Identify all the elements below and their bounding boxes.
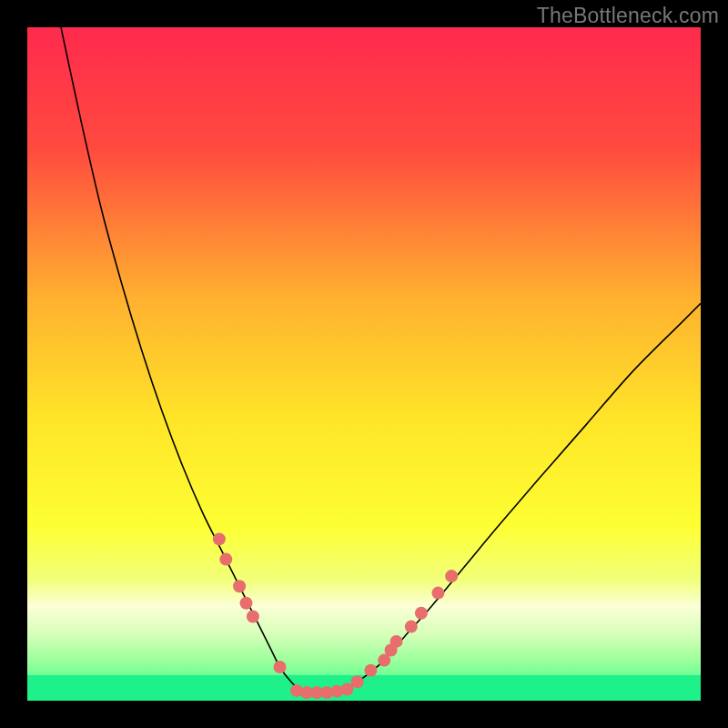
data-point — [351, 675, 364, 688]
data-point — [247, 611, 259, 623]
data-point — [405, 621, 418, 633]
chart-svg — [27, 27, 701, 701]
data-point — [364, 664, 377, 677]
data-point — [431, 587, 444, 600]
data-point — [390, 635, 403, 648]
svg-rect-0 — [27, 675, 701, 701]
data-point — [240, 597, 253, 610]
data-point — [233, 580, 246, 592]
data-point — [274, 661, 287, 673]
data-point — [415, 607, 428, 620]
watermark-label: TheBottleneck.com — [537, 4, 719, 28]
green-strip — [27, 675, 701, 701]
data-point — [445, 570, 458, 582]
chart-frame: TheBottleneck.com — [0, 0, 728, 728]
gradient-background — [27, 27, 701, 701]
data-point — [213, 532, 226, 545]
plot-area — [27, 27, 701, 701]
data-point — [219, 553, 232, 566]
